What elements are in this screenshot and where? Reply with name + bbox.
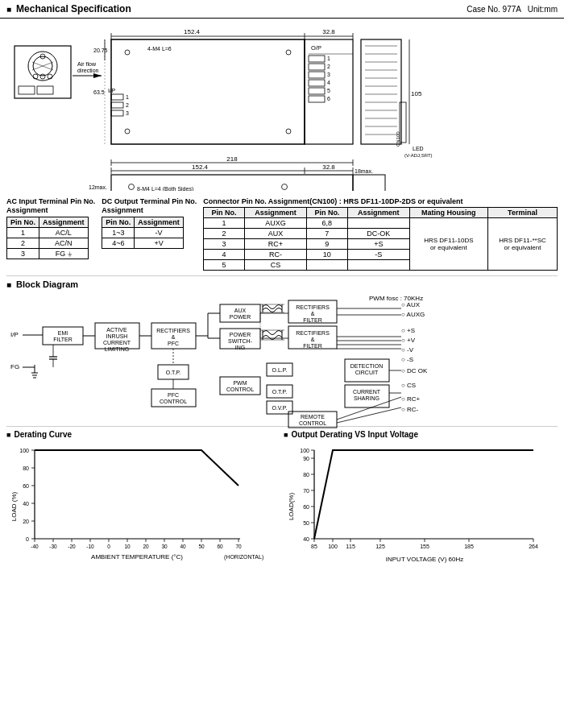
svg-text:30: 30	[161, 544, 168, 549]
svg-text:RECTIFIERS: RECTIFIERS	[296, 330, 330, 336]
derating-section: Derating Curve LOAD (%) 0 20 40	[6, 426, 558, 563]
output-derating: Output Derating VS Input Voltage LOAD(%)…	[284, 430, 558, 563]
svg-text:CONTROL: CONTROL	[160, 399, 187, 404]
svg-text:218: 218	[226, 155, 238, 163]
svg-text:○ CS: ○ CS	[401, 382, 416, 389]
svg-text:4-M4 L=6: 4-M4 L=6	[147, 46, 172, 52]
svg-text:(V-ADJ,SRT): (V-ADJ,SRT)	[404, 153, 433, 158]
svg-text:PFC: PFC	[168, 341, 179, 346]
output-derating-title: Output Derating VS Input Voltage	[284, 430, 558, 439]
svg-text:CURRENT: CURRENT	[353, 389, 381, 395]
page-title: Mechanical Specification	[6, 3, 131, 14]
svg-text:RECTIFIERS: RECTIFIERS	[296, 304, 330, 310]
tables-section: AC Input Terminal Pin No.Assignment Pin …	[6, 197, 558, 271]
svg-text:○ AUX: ○ AUX	[401, 301, 421, 308]
svg-text:O.T.P.: O.T.P.	[272, 389, 288, 395]
svg-rect-37	[309, 64, 325, 70]
svg-text:EMI: EMI	[58, 330, 68, 336]
svg-text:&: &	[311, 337, 315, 342]
ac-table-title: AC Input Terminal Pin No.Assignment	[6, 197, 95, 215]
svg-text:100: 100	[19, 448, 29, 453]
svg-text:Air flow: Air flow	[77, 61, 97, 67]
svg-text:80: 80	[23, 465, 29, 471]
svg-text:○ +V: ○ +V	[401, 337, 416, 344]
svg-rect-35	[309, 56, 325, 62]
title-text: Mechanical Specification	[16, 3, 131, 14]
svg-text:40: 40	[180, 544, 186, 549]
svg-text:SWITCH-: SWITCH-	[228, 338, 253, 344]
svg-text:63.5: 63.5	[93, 89, 105, 95]
svg-text:○ DC OK: ○ DC OK	[401, 367, 428, 374]
svg-rect-9	[19, 86, 35, 94]
svg-text:70: 70	[235, 544, 242, 549]
svg-text:○ +S: ○ +S	[401, 327, 415, 334]
svg-text:40: 40	[23, 501, 29, 507]
svg-text:105: 105	[411, 90, 422, 97]
svg-text:FILTER: FILTER	[53, 337, 73, 342]
svg-text:(HORIZONTAL): (HORIZONTAL)	[224, 554, 263, 560]
svg-text:155: 155	[420, 544, 429, 549]
mechanical-drawings: Air flow direction 152.4 32.8 4	[6, 22, 558, 191]
svg-text:FILTER: FILTER	[303, 343, 322, 349]
svg-text:FILTER: FILTER	[303, 317, 322, 323]
derating-curve: Derating Curve LOAD (%) 0 20 40	[6, 430, 277, 563]
svg-text:CONTROL: CONTROL	[226, 387, 254, 392]
cn100-table-group: Connector Pin No. Assignment(CN100) : HR…	[203, 197, 558, 271]
svg-text:AMBIENT TEMPERATURE (°C): AMBIENT TEMPERATURE (°C)	[91, 553, 183, 560]
svg-text:20: 20	[23, 519, 29, 524]
svg-rect-22	[111, 39, 305, 144]
svg-text:60: 60	[23, 483, 29, 489]
svg-text:80: 80	[303, 472, 309, 478]
svg-text:32.8: 32.8	[322, 28, 335, 35]
svg-text:-10: -10	[86, 544, 94, 549]
svg-text:-40: -40	[31, 544, 39, 549]
svg-point-26	[125, 129, 130, 134]
svg-text:○ RC+: ○ RC+	[401, 395, 421, 403]
svg-rect-41	[309, 80, 325, 86]
svg-rect-10	[37, 86, 53, 94]
svg-text:40: 40	[303, 536, 309, 542]
svg-text:85: 85	[311, 544, 317, 549]
svg-text:RECTIFIERS: RECTIFIERS	[156, 328, 190, 333]
block-diagram-svg: PWM fosc : 70KHz I/P FG EMI FILTER	[6, 292, 562, 429]
svg-text:direction: direction	[77, 68, 99, 73]
svg-line-196	[337, 407, 401, 423]
dc-output-table-group: DC Output Terminal Pin No.Assignment Pin…	[102, 197, 197, 249]
svg-rect-90	[353, 175, 385, 191]
svg-rect-50	[111, 102, 123, 108]
svg-text:50: 50	[198, 544, 205, 549]
svg-text:○ -V: ○ -V	[401, 346, 414, 354]
cn100-table: Pin No. Assignment Pin No. Assignment Ma…	[203, 207, 558, 271]
svg-text:ING: ING	[235, 345, 245, 350]
svg-point-27	[286, 129, 291, 134]
svg-text:○ RC-: ○ RC-	[401, 406, 419, 413]
svg-text:5: 5	[327, 88, 330, 93]
svg-text:INRUSH: INRUSH	[106, 333, 128, 339]
svg-text:90: 90	[303, 456, 309, 461]
svg-text:REMOTE: REMOTE	[301, 414, 325, 420]
svg-text:O/P: O/P	[311, 44, 321, 52]
svg-text:FG: FG	[10, 363, 19, 370]
svg-text:20: 20	[143, 544, 149, 549]
svg-text:O.V.P.: O.V.P.	[272, 405, 287, 411]
svg-rect-45	[309, 96, 325, 102]
svg-text:-30: -30	[49, 544, 57, 549]
svg-point-4	[40, 74, 45, 79]
svg-text:I/P: I/P	[108, 87, 115, 94]
svg-text:152.4: 152.4	[192, 163, 209, 171]
svg-point-85	[129, 184, 135, 190]
derating-chart-svg: LOAD (%) 0 20 40 60 80 100	[6, 442, 264, 571]
svg-point-25	[286, 50, 291, 55]
svg-rect-54	[361, 39, 401, 144]
derating-curve-title: Derating Curve	[6, 430, 277, 439]
svg-text:PFC: PFC	[168, 392, 179, 398]
svg-text:115: 115	[346, 544, 355, 549]
svg-text:20.75: 20.75	[93, 48, 108, 53]
svg-text:CURRENT: CURRENT	[103, 340, 131, 345]
svg-text:I/P: I/P	[10, 331, 19, 338]
svg-point-24	[125, 50, 130, 55]
svg-text:1: 1	[327, 56, 330, 61]
svg-text:2: 2	[126, 102, 129, 108]
svg-text:CONTROL: CONTROL	[299, 420, 326, 426]
svg-text:&: &	[311, 311, 315, 316]
